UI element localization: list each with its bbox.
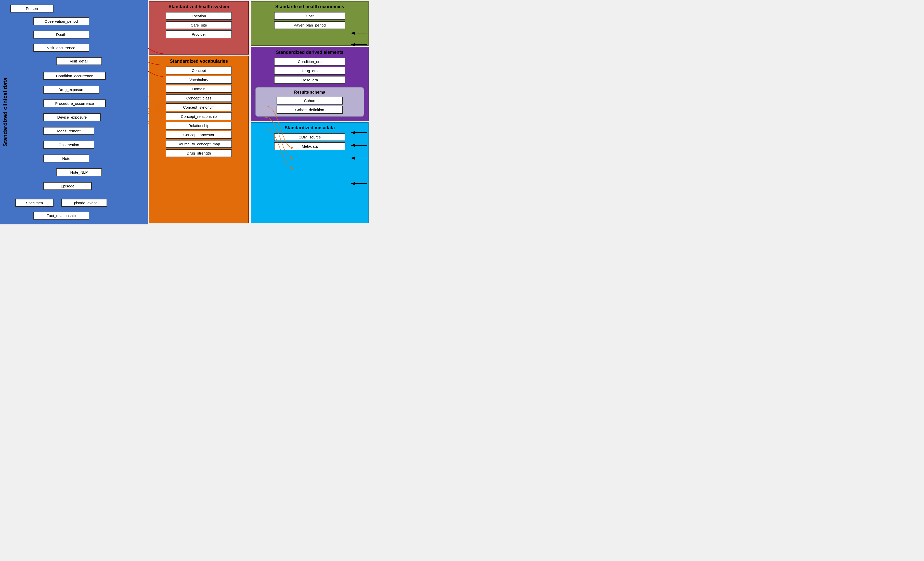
- metadata-title: Standardized metadata: [254, 125, 366, 131]
- vocab-panel: Standardized vocabularies Concept Vocabu…: [149, 56, 249, 223]
- results-entities: Cohort Cohort_definition: [258, 97, 361, 114]
- concept-entity: Concept: [166, 66, 232, 74]
- metadata-panel: Standardized metadata CDM_source Metadat…: [251, 122, 369, 223]
- vocab-title: Standardized vocabularies: [152, 59, 246, 64]
- derived-title: Standardized derived elements: [254, 50, 366, 55]
- cdm-source-entity: CDM_source: [274, 133, 345, 141]
- drug-exposure-entity: Drug_exposure: [44, 86, 99, 93]
- concept-synonym-entity: Concept_synonym: [166, 103, 232, 111]
- visit-occurrence-entity: Visit_occurrence: [33, 44, 89, 52]
- concept-class-entity: Concept_class: [166, 94, 232, 102]
- procedure-occurrence-entity: Procedure_occurrence: [44, 99, 106, 107]
- health-economics-panel: Standardized health economics Cost Payer…: [251, 1, 369, 46]
- health-system-entities: Location Care_site Provider: [152, 12, 246, 38]
- health-system-title: Standardized health system: [152, 4, 246, 9]
- health-econ-entities: Cost Payer_plan_period: [254, 12, 366, 29]
- observation-entity: Observation: [44, 141, 94, 149]
- visit-detail-entity: Visit_detail: [56, 57, 102, 65]
- health-system-panel: Standardized health system Location Care…: [149, 1, 249, 54]
- condition-era-entity: Condition_era: [274, 58, 345, 66]
- left-panel: Standardized clinical data Person Observ…: [0, 0, 148, 224]
- person-entity: Person: [10, 5, 54, 12]
- episode-event-entity: Episode_event: [61, 199, 107, 207]
- source-concept-map-entity: Source_to_concept_map: [166, 140, 232, 148]
- observation-period-entity: Observation_period: [33, 17, 89, 25]
- metadata-entity: Metadata: [274, 142, 345, 150]
- drug-era-entity: Drug_era: [274, 67, 345, 75]
- vocab-entities: Concept Vocabulary Domain Concept_class …: [152, 66, 246, 157]
- drug-strength-entity: Drug_strength: [166, 149, 232, 157]
- left-panel-label: Standardized clinical data: [2, 78, 9, 147]
- care-site-entity: Care_site: [166, 21, 232, 29]
- dose-era-entity: Dose_era: [274, 76, 345, 84]
- condition-occurrence-entity: Condition_occurrence: [44, 72, 106, 80]
- middle-panel: Standardized health system Location Care…: [148, 0, 250, 224]
- location-entity: Location: [166, 12, 232, 20]
- payer-plan-entity: Payer_plan_period: [274, 21, 345, 29]
- note-entity: Note: [44, 155, 89, 162]
- right-panel: Standardized health economics Cost Payer…: [250, 0, 370, 224]
- results-title: Results schema: [258, 90, 361, 95]
- cost-entity: Cost: [274, 12, 345, 20]
- metadata-entities: CDM_source Metadata: [254, 133, 366, 150]
- device-exposure-entity: Device_exposure: [44, 113, 100, 121]
- cohort-definition-entity: Cohort_definition: [277, 106, 343, 114]
- measurement-entity: Measurement: [44, 127, 94, 135]
- relationship-entity: Relationship: [166, 122, 232, 129]
- episode-entity: Episode: [44, 182, 92, 190]
- derived-elements-panel: Standardized derived elements Condition_…: [251, 47, 369, 121]
- note-nlp-entity: Note_NLP: [56, 168, 102, 176]
- provider-entity: Provider: [166, 30, 232, 38]
- cohort-entity: Cohort: [277, 97, 343, 105]
- specimen-entity: Specimen: [15, 199, 54, 207]
- derived-entities: Condition_era Drug_era Dose_era: [254, 58, 366, 84]
- concept-ancestor-entity: Concept_ancestor: [166, 131, 232, 139]
- health-econ-title: Standardized health economics: [254, 4, 366, 9]
- results-schema-panel: Results schema Cohort Cohort_definition: [255, 87, 364, 117]
- concept-relationship-entity: Concept_relationship: [166, 113, 232, 120]
- domain-entity: Domain: [166, 85, 232, 93]
- death-entity: Death: [33, 31, 89, 39]
- vocabulary-entity: Vocabulary: [166, 76, 232, 84]
- fact-relationship-entity: Fact_relationship: [33, 212, 89, 220]
